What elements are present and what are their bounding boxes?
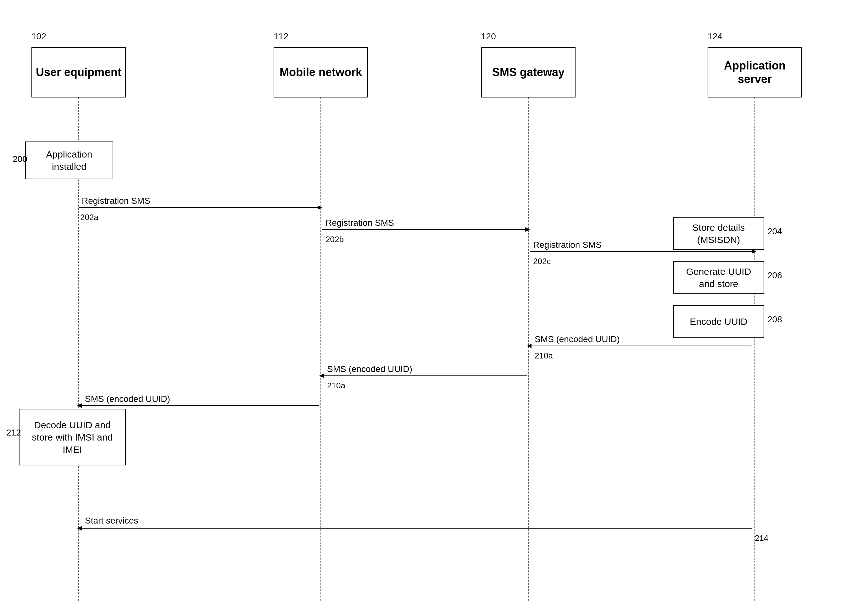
diagram-container: 102 112 120 124 User equipment Mobile ne… [0,0,868,616]
actor-mn: Mobile network [274,47,368,97]
svg-text:Registration SMS: Registration SMS [82,196,150,206]
ref-208: 208 [767,314,782,325]
svg-text:SMS (encoded UUID): SMS (encoded UUID) [327,364,412,374]
actor-ue: User equipment [31,47,126,97]
ref-112: 112 [274,31,288,41]
svg-text:202a: 202a [80,212,98,222]
svg-text:210a: 210a [327,381,345,390]
svg-text:202b: 202b [326,234,344,244]
ref-200: 200 [13,154,27,164]
actor-sms: SMS gateway [481,47,576,97]
lifeline-as [755,97,755,600]
ref-204: 204 [767,226,782,236]
box-gen-uuid: Generate UUIDand store [673,261,764,294]
actor-as: Application server [708,47,802,97]
svg-text:Registration SMS: Registration SMS [326,218,394,228]
lifeline-sms [528,97,529,600]
box-app-installed: Applicationinstalled [25,141,113,179]
ref-212: 212 [6,427,21,438]
svg-text:SMS (encoded UUID): SMS (encoded UUID) [85,394,170,404]
lifeline-mn [321,97,321,600]
ref-124: 124 [708,31,722,41]
box-encode-uuid: Encode UUID [673,305,764,338]
svg-text:214: 214 [755,533,768,543]
box-store-details: Store details(MSISDN) [673,217,764,250]
svg-marker-21 [77,404,82,408]
svg-marker-13 [527,344,531,348]
box-decode-uuid: Decode UUID andstore with IMSI andIMEI [19,409,126,465]
svg-marker-1 [318,205,322,210]
svg-text:Registration SMS: Registration SMS [533,240,602,250]
svg-text:Start services: Start services [85,516,138,525]
svg-text:210a: 210a [535,351,553,360]
svg-marker-9 [752,249,756,254]
ref-206: 206 [767,270,782,280]
svg-marker-17 [319,374,324,378]
svg-text:202c: 202c [533,256,551,266]
svg-text:SMS (encoded UUID): SMS (encoded UUID) [535,334,620,344]
ref-102: 102 [31,31,46,41]
svg-marker-5 [525,227,530,232]
ref-120: 120 [481,31,496,41]
svg-marker-24 [77,526,82,531]
